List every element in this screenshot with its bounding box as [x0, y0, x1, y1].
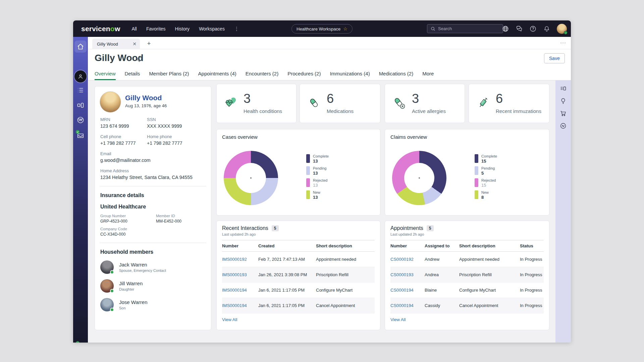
nav-item-history[interactable]: History [175, 26, 190, 32]
record-link[interactable]: CS0000193 [390, 267, 425, 283]
legend-item-new[interactable]: New8 [475, 190, 497, 199]
lightbulb-icon[interactable] [560, 98, 567, 105]
nav-overflow-icon[interactable]: ⋮ [234, 26, 239, 32]
legend-item-rejected[interactable]: Rejected13 [306, 178, 329, 187]
tab-strip-overflow-icon[interactable]: ··· [560, 40, 566, 45]
household-member[interactable]: Jack WarrenSpouse, Emergency Contact [100, 260, 206, 274]
tab-procedures[interactable]: Procedures (2) [287, 71, 321, 80]
tab-details[interactable]: Details [125, 71, 140, 80]
record-link[interactable]: IMS0000192 [222, 252, 258, 267]
workspaces-grid-icon[interactable] [76, 101, 85, 109]
tab-more[interactable]: More [422, 71, 434, 80]
record-link[interactable]: IMS0000193 [222, 267, 258, 283]
sidebar-item-patient-active[interactable] [74, 70, 87, 82]
tab-medications[interactable]: Medications (2) [379, 71, 414, 80]
legend-item-complete[interactable]: Complete15 [475, 154, 497, 163]
help-icon[interactable] [529, 25, 537, 33]
nav-item-favorites[interactable]: Favorites [146, 26, 166, 32]
claims-donut-chart[interactable] [392, 151, 446, 205]
table-row[interactable]: CS0000192AndrewAppointment neededIn Prog… [390, 252, 544, 267]
tab-overview[interactable]: Overview [95, 71, 116, 80]
search-input[interactable] [438, 26, 495, 31]
globe-icon[interactable] [502, 25, 509, 33]
save-button[interactable]: Save [544, 53, 565, 63]
legend-item-rejected[interactable]: Rejected15 [475, 178, 497, 187]
side-panel-icon[interactable] [560, 85, 567, 92]
stat-card-medications[interactable]: 6 Medications [300, 84, 380, 123]
stat-value: 3 [412, 92, 419, 106]
home-icon[interactable] [76, 43, 85, 51]
tab-member-plans[interactable]: Member Plans (2) [149, 71, 189, 80]
tab-immunizations[interactable]: Immunizations (4) [330, 71, 370, 80]
column-header[interactable]: Short description [316, 240, 375, 252]
table-row[interactable]: IMS0000194Jan 6, 2021 1:17:05 PMCancel A… [222, 298, 375, 313]
patient-name-link[interactable]: Gilly Wood [125, 94, 206, 102]
table-row[interactable]: IMS0000193Jan 26, 2021 3:39:08 PMPriscri… [222, 267, 375, 283]
column-header[interactable]: Number [390, 240, 425, 252]
field-home-phone: Home phone+1 798 282 7777 [147, 134, 206, 146]
search-icon [431, 26, 435, 31]
legend-item-new[interactable]: New13 [306, 190, 329, 199]
stat-card-recent-immunizations[interactable]: 6 Recent immuzations [469, 84, 549, 123]
new-tab-button[interactable]: + [144, 39, 154, 48]
donut-center-dot [250, 177, 252, 179]
user-avatar[interactable] [557, 24, 567, 34]
last-updated: Last updated 2h ago [222, 232, 375, 236]
nav-item-workspaces[interactable]: Workspaces [199, 26, 225, 32]
field-ssn: SSNXXX XXXX 9999 [147, 117, 206, 129]
chat-icon[interactable] [516, 25, 523, 33]
favorite-star-icon[interactable]: ☆ [343, 26, 347, 32]
donut-center-dot [419, 177, 420, 179]
workspace-pill[interactable]: Healthcare Workspace ☆ [291, 24, 353, 34]
global-search[interactable] [427, 24, 503, 33]
table-row[interactable]: CS0000193AndreaPriscription RefillIn Pro… [390, 267, 544, 283]
column-header[interactable]: Number [222, 240, 258, 252]
legend-item-pending[interactable]: Pending5 [475, 166, 497, 175]
household-member[interactable]: Jill WarrenDaughter [100, 279, 206, 293]
table-row[interactable]: CS0000194CassidyCancel AppointmentIn Pro… [390, 298, 544, 313]
legend-item-pending[interactable]: Pending13 [306, 166, 329, 175]
count-badge: 5 [272, 225, 279, 231]
table-row[interactable]: IMS0000194Jan 6, 2021 1:17:05 PMConfigur… [222, 283, 375, 298]
interactions-table: Number Created Short description IMS0000… [222, 240, 375, 313]
field-mrn: MRN123 674 9999 [100, 117, 147, 129]
tag-icon[interactable] [136, 56, 142, 63]
record-link[interactable]: IMS0000194 [222, 298, 258, 313]
stat-card-health-conditions[interactable]: 3 Health conditions [216, 84, 297, 123]
syringe-icon [476, 96, 490, 110]
legend-item-complete[interactable]: Complete13 [306, 154, 329, 163]
column-header[interactable]: Short description [459, 240, 520, 252]
legend-swatch [475, 154, 478, 163]
table-row[interactable]: IMS0000192Feb 7, 2021 7:47:13 AMAppointm… [222, 252, 375, 267]
record-link[interactable]: CS0000194 [390, 283, 425, 298]
cases-donut-chart[interactable] [224, 151, 278, 205]
activity-icon[interactable] [560, 122, 567, 129]
donut-hole [404, 163, 434, 193]
legend-swatch [475, 166, 478, 175]
cart-icon[interactable] [560, 110, 567, 117]
column-header[interactable]: Created [258, 240, 316, 252]
analytics-icon[interactable] [76, 116, 85, 124]
household-member[interactable]: Jose WarrenSon [100, 298, 206, 311]
chart-title: Claims overview [390, 134, 427, 140]
legend-swatch [475, 178, 478, 187]
nav-item-all[interactable]: All [131, 26, 137, 32]
column-header[interactable]: Status [520, 240, 544, 252]
status-value: In Progress [520, 267, 544, 283]
table-row[interactable]: CS0000194BlaineConfigure MyChartIn Progr… [390, 283, 544, 298]
tab-encounters[interactable]: Encounters (2) [246, 71, 278, 80]
notifications-bell-icon[interactable] [543, 25, 550, 33]
tab-appointments[interactable]: Appointments (4) [198, 71, 236, 80]
legend-swatch [306, 178, 310, 187]
document-tab[interactable]: Gilly Wood ✕ [92, 39, 140, 49]
servicenow-logo[interactable]: servicenow [81, 25, 120, 33]
view-all-link[interactable]: View All [390, 317, 406, 322]
view-all-link[interactable]: View All [222, 317, 237, 322]
list-icon[interactable] [76, 86, 85, 94]
record-link[interactable]: CS0000194 [390, 298, 425, 313]
column-header[interactable]: Assigned to [425, 240, 459, 252]
stat-card-active-allergies[interactable]: 3 Active allergies [385, 84, 465, 123]
record-link[interactable]: IMS0000194 [222, 283, 258, 298]
record-link[interactable]: CS0000192 [390, 252, 425, 267]
close-tab-icon[interactable]: ✕ [132, 41, 137, 47]
